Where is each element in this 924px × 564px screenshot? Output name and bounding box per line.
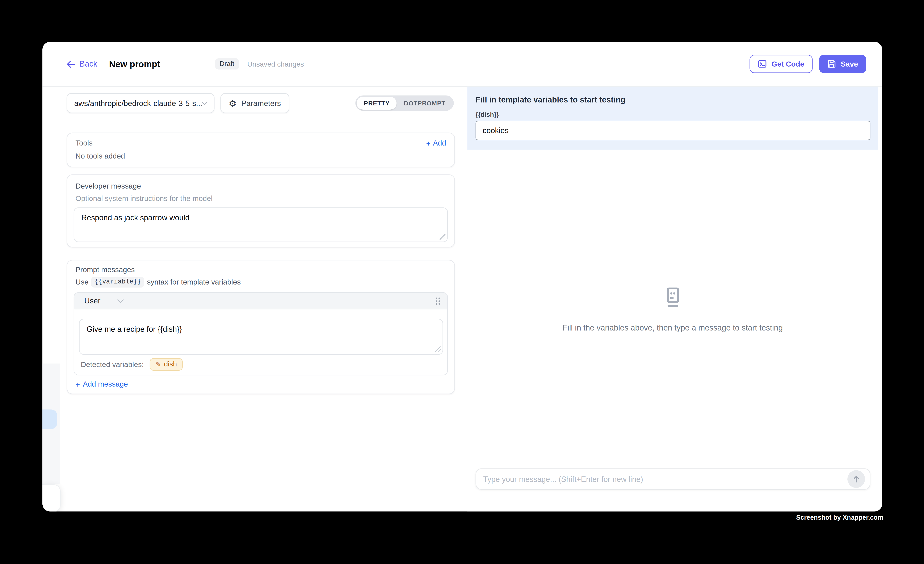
test-panel-title: Fill in template variables to start test… bbox=[476, 96, 870, 104]
view-toggle: PRETTY DOTPROMPT bbox=[356, 96, 454, 111]
prompt-message-block: User Give me a recipe for {{dish}} bbox=[74, 292, 448, 375]
add-message-button[interactable]: + Add message bbox=[75, 380, 448, 388]
developer-message-subtitle: Optional system instructions for the mod… bbox=[75, 195, 448, 202]
detected-variables-row: Detected variables: ✎ dish bbox=[74, 355, 447, 375]
add-message-label: Add message bbox=[83, 380, 128, 388]
role-chevron-down-icon[interactable] bbox=[118, 298, 124, 303]
main-split: aws/anthropic/bedrock-claude-3-5-s... ⚙ … bbox=[42, 87, 882, 511]
variable-value-input[interactable] bbox=[476, 121, 870, 140]
detected-variables-label: Detected variables: bbox=[81, 360, 144, 369]
page-title: New prompt bbox=[109, 59, 160, 69]
tools-title: Tools bbox=[75, 139, 93, 147]
back-button[interactable]: Back bbox=[67, 59, 97, 68]
save-icon bbox=[827, 59, 836, 68]
variable-badge-label: dish bbox=[164, 360, 177, 368]
test-panel: Fill in template variables to start test… bbox=[467, 87, 882, 511]
variable-badge-dish[interactable]: ✎ dish bbox=[150, 358, 183, 370]
get-code-button[interactable]: Get Code bbox=[750, 55, 813, 73]
add-tool-button[interactable]: + Add bbox=[426, 139, 446, 147]
developer-message-card: Developer message Optional system instru… bbox=[67, 174, 455, 248]
prompt-messages-card: Prompt messages Use {{variable}} syntax … bbox=[67, 260, 455, 394]
watermark-text: Screenshot by Xnapper.com bbox=[796, 514, 883, 521]
model-toolbar: aws/anthropic/bedrock-claude-3-5-s... ⚙ … bbox=[67, 93, 455, 113]
message-body: Give me a recipe for {{dish}} bbox=[74, 309, 447, 355]
get-code-label: Get Code bbox=[771, 60, 804, 68]
app-window: Back New prompt Draft Unsaved changes Ge… bbox=[42, 42, 882, 511]
developer-message-title: Developer message bbox=[75, 182, 448, 190]
prompt-editor-column: aws/anthropic/bedrock-claude-3-5-s... ⚙ … bbox=[42, 87, 466, 511]
plus-icon: + bbox=[426, 140, 430, 147]
status-badge: Draft bbox=[215, 58, 239, 69]
empty-state-text: Fill in the variables above, then type a… bbox=[562, 323, 783, 332]
chat-empty-state: Fill in the variables above, then type a… bbox=[467, 150, 878, 468]
template-variables-header: Fill in template variables to start test… bbox=[467, 87, 878, 150]
tools-empty-text: No tools added bbox=[75, 152, 446, 160]
send-button[interactable] bbox=[848, 470, 865, 488]
subtitle-suffix: syntax for template variables bbox=[147, 278, 241, 286]
robot-face-icon bbox=[662, 286, 684, 309]
variable-input-label: {{dish}} bbox=[476, 111, 870, 118]
chat-message-input[interactable] bbox=[476, 469, 870, 489]
message-textarea[interactable]: Give me a recipe for {{dish}} bbox=[79, 319, 443, 355]
prompt-messages-subtitle: Use {{variable}} syntax for template var… bbox=[75, 277, 448, 288]
model-select[interactable]: aws/anthropic/bedrock-claude-3-5-s... bbox=[67, 93, 214, 113]
sidebar-popover-edge bbox=[42, 484, 61, 512]
toggle-option-dotprompt[interactable]: DOTPROMPT bbox=[397, 97, 453, 110]
back-label: Back bbox=[80, 59, 97, 68]
header: Back New prompt Draft Unsaved changes Ge… bbox=[42, 42, 882, 87]
screenshot-stage: Back New prompt Draft Unsaved changes Ge… bbox=[0, 0, 924, 564]
terminal-icon bbox=[758, 59, 767, 68]
save-label: Save bbox=[841, 60, 858, 68]
parameters-label: Parameters bbox=[241, 99, 281, 108]
variable-syntax-chip: {{variable}} bbox=[92, 277, 144, 288]
message-role-header: User bbox=[74, 293, 447, 309]
model-select-value: aws/anthropic/bedrock-claude-3-5-s... bbox=[74, 99, 202, 108]
sidebar-selected-item[interactable] bbox=[42, 410, 57, 429]
up-arrow-icon bbox=[852, 475, 860, 483]
save-button[interactable]: Save bbox=[819, 55, 866, 73]
chat-input-bar bbox=[467, 468, 878, 512]
chat-input-wrapper bbox=[476, 468, 870, 490]
subtitle-prefix: Use bbox=[75, 278, 88, 286]
developer-message-textarea[interactable]: Respond as jack sparrow would bbox=[74, 207, 448, 242]
plus-icon: + bbox=[75, 380, 80, 388]
unsaved-changes-label: Unsaved changes bbox=[247, 60, 304, 68]
drag-handle-icon[interactable] bbox=[435, 297, 441, 305]
add-tool-label: Add bbox=[433, 139, 446, 147]
tools-card: Tools + Add No tools added bbox=[67, 132, 455, 167]
gear-icon: ⚙ bbox=[229, 99, 237, 108]
chevron-down-icon bbox=[202, 101, 207, 105]
prompt-messages-title: Prompt messages bbox=[75, 266, 448, 274]
role-select-value: User bbox=[84, 296, 100, 305]
toggle-option-pretty[interactable]: PRETTY bbox=[357, 97, 397, 110]
parameters-button[interactable]: ⚙ Parameters bbox=[220, 93, 289, 113]
pencil-icon: ✎ bbox=[156, 361, 161, 368]
back-arrow-icon bbox=[67, 60, 75, 68]
